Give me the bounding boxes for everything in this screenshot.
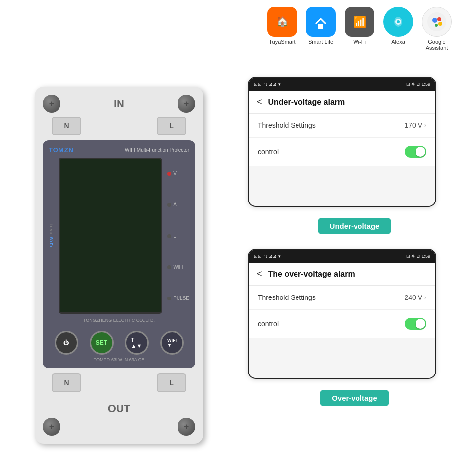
brand-name: TOMZN — [49, 146, 74, 154]
label-wifi: WIFI — [173, 264, 183, 270]
device-body: IN N L TOMZN WIFI Multi-Function Protect… — [35, 87, 203, 444]
svg-text:📶: 📶 — [353, 15, 367, 29]
dot-a — [167, 203, 171, 207]
control-label-2: control — [258, 320, 279, 328]
threshold-label-1: Threshold Settings — [258, 121, 316, 129]
alexa-label: Alexa — [391, 39, 405, 45]
terminal-n-bottom: N — [52, 373, 81, 392]
control-row-1[interactable]: control — [249, 138, 435, 166]
svg-point-9 — [397, 20, 400, 23]
phone-content-1: Threshold Settings 170 V › control — [249, 114, 435, 206]
in-label: IN — [114, 97, 124, 110]
wifi-label: Wi-Fi — [353, 39, 366, 45]
over-voltage-container: Over-voltage — [248, 386, 461, 415]
status-bar-1: ⊡⊡ ↑↓ ⊿⊿ ▾ ⊡ ❋ ⊿ 1:59 — [249, 78, 435, 91]
set-button[interactable]: SET — [90, 331, 114, 355]
status-right-2: ⊡ ❋ ⊿ 1:59 — [406, 254, 430, 259]
alexa-app[interactable]: Alexa — [383, 7, 413, 45]
google-assistant-app[interactable]: Google Assistant — [422, 7, 452, 51]
bottom-screws — [43, 418, 195, 436]
phone-screen-1: ⊡⊡ ↑↓ ⊿⊿ ▾ ⊡ ❋ ⊿ 1:59 < Under-voltage al… — [248, 77, 436, 207]
svg-point-13 — [438, 22, 442, 26]
svg-text:🏠: 🏠 — [276, 15, 289, 27]
smartlife-label: Smart Life — [308, 39, 333, 45]
empty-area-2 — [249, 338, 435, 378]
label-v: V — [173, 171, 177, 176]
wifi-side-label: WiFi — [49, 237, 54, 248]
phone-screen-2: ⊡⊡ ↑↓ ⊿⊿ ▾ ⊡ ❋ ⊿ 1:59 < The over-voltage… — [248, 249, 436, 379]
top-left-screw — [43, 95, 60, 113]
power-button[interactable]: ⏻ — [55, 331, 78, 355]
phone-header-1: < Under-voltage alarm — [249, 91, 435, 114]
terminal-row-bottom: N L — [52, 373, 186, 392]
main-body: TOMZN WIFI Multi-Function Protector tuya… — [43, 140, 195, 368]
dot-l — [167, 234, 171, 238]
status-left-2: ⊡⊡ ↑↓ ⊿⊿ ▾ — [254, 254, 281, 259]
threshold-label-2: Threshold Settings — [258, 294, 316, 301]
control-label-1: control — [258, 148, 279, 156]
display-area: tuya WiFi V A L — [49, 158, 189, 314]
brand-row: TOMZN WIFI Multi-Function Protector — [49, 146, 189, 154]
bottom-section: OUT — [43, 402, 195, 436]
control-toggle-2[interactable] — [405, 318, 426, 330]
out-label: OUT — [43, 402, 195, 415]
under-voltage-label: Under-voltage — [318, 218, 392, 234]
over-voltage-label: Over-voltage — [320, 390, 389, 406]
product-name: WIFI Multi-Function Protector — [125, 147, 189, 153]
top-section: IN — [43, 95, 195, 113]
tuya-side-label: tuya — [49, 224, 54, 235]
wifi-app[interactable]: 📶 Wi-Fi — [345, 7, 374, 45]
status-bar-2: ⊡⊡ ↑↓ ⊿⊿ ▾ ⊡ ❋ ⊿ 1:59 — [249, 250, 435, 263]
terminal-row-top: N L — [52, 117, 186, 135]
tuya-smart-app[interactable]: 🏠 TuyaSmart — [267, 7, 297, 45]
threshold-row-2[interactable]: Threshold Settings 240 V › — [249, 286, 435, 310]
phone-header-2: < The over-voltage alarm — [249, 263, 435, 286]
svg-point-14 — [435, 24, 438, 27]
control-toggle-1[interactable] — [405, 146, 426, 158]
lcd-screen — [59, 158, 162, 314]
chevron-2: › — [424, 294, 426, 301]
phone-content-2: Threshold Settings 240 V › control — [249, 286, 435, 378]
indicators: V A L WIFI P — [167, 158, 189, 314]
indicator-a: A — [167, 202, 189, 207]
chevron-1: › — [424, 122, 426, 129]
screen1-title: Under-voltage alarm — [268, 98, 345, 107]
google-label: Google Assistant — [426, 39, 448, 51]
phone-screens-area: ⊡⊡ ↑↓ ⊿⊿ ▾ ⊡ ❋ ⊿ 1:59 < Under-voltage al… — [248, 77, 461, 421]
threshold-value-2: 240 V › — [404, 294, 426, 301]
screen2-title: The over-voltage alarm — [268, 270, 355, 279]
back-arrow-1[interactable]: < — [257, 97, 262, 107]
terminal-l: L — [157, 117, 186, 135]
indicator-v: V — [167, 171, 189, 176]
wifi-button[interactable]: WIFI▼ — [160, 331, 184, 355]
indicator-wifi: WIFI — [167, 264, 189, 270]
terminal-n: N — [52, 117, 81, 135]
bottom-right-screw — [178, 418, 195, 436]
label-pulse: PULSE — [173, 296, 189, 301]
top-right-screw — [178, 95, 195, 113]
indicator-pulse: PULSE — [167, 296, 189, 301]
dot-pulse — [167, 297, 171, 300]
smart-life-app[interactable]: Smart Life — [306, 7, 336, 45]
model-row: TOMPD-63LW IN:63A CE — [49, 357, 189, 362]
bottom-brand: TONGZHENG ELECTRIC CO.,LTD. — [49, 318, 189, 323]
back-arrow-2[interactable]: < — [257, 269, 262, 279]
control-row-2[interactable]: control — [249, 310, 435, 338]
empty-area-1 — [249, 166, 435, 206]
threshold-value-1: 170 V › — [404, 121, 426, 129]
indicator-l: L — [167, 233, 189, 238]
device-area: IN N L TOMZN WIFI Multi-Function Protect… — [15, 77, 223, 454]
dot-wifi — [167, 265, 171, 269]
dot-v — [167, 172, 171, 176]
timer-button[interactable]: T▲▼ — [125, 331, 149, 355]
tuya-label: TuyaSmart — [269, 39, 295, 45]
status-right-1: ⊡ ❋ ⊿ 1:59 — [406, 82, 430, 87]
svg-point-11 — [432, 18, 437, 23]
buttons-row: ⏻ SET T▲▼ WIFI▼ — [49, 331, 189, 355]
svg-point-12 — [437, 17, 441, 21]
under-voltage-container: Under-voltage — [248, 214, 461, 243]
label-l: L — [173, 233, 176, 238]
bottom-left-screw — [43, 418, 60, 436]
app-icons-area: 🏠 TuyaSmart Smart Life 📶 Wi-Fi — [253, 7, 466, 51]
threshold-row-1[interactable]: Threshold Settings 170 V › — [249, 114, 435, 138]
